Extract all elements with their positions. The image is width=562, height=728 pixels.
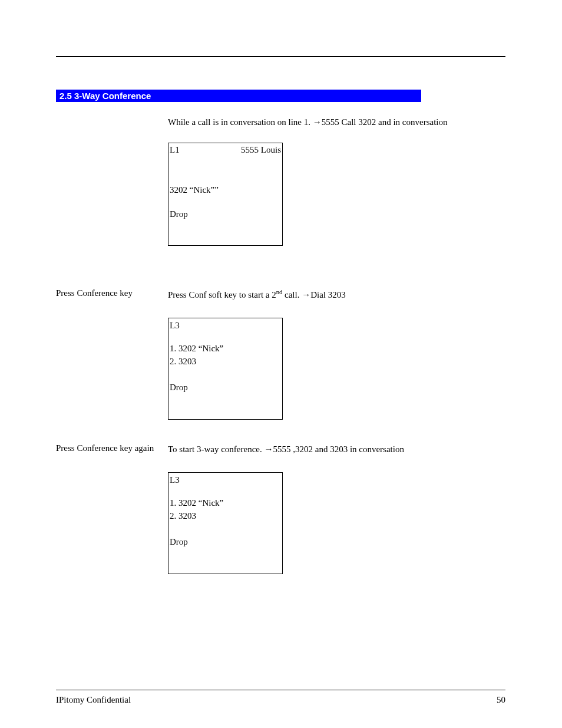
arrow-icon: → bbox=[302, 290, 310, 299]
display-2-row1: 1. 3202 “Nick” bbox=[170, 342, 281, 355]
step-3-row: Press Conference key again To start 3-wa… bbox=[56, 443, 505, 574]
phone-display-2: L3 1. 3202 “Nick” 2. 3203 Drop bbox=[168, 318, 283, 420]
display-3-line-label: L3 bbox=[170, 474, 281, 487]
step-2-text: Press Conf soft key to start a 2nd call.… bbox=[168, 288, 505, 301]
header-rule bbox=[56, 56, 505, 57]
step-2-left: Press Conference key bbox=[56, 288, 168, 298]
display-3-row2: 2. 3203 bbox=[170, 510, 281, 523]
phone-display-1: L1 5555 Louis 3202 “Nick”” Drop bbox=[168, 143, 283, 246]
spacer bbox=[56, 246, 505, 288]
page-content: 2.5 3-Way Conference While a call is in … bbox=[56, 56, 505, 574]
spacer bbox=[56, 420, 505, 443]
display-1-line-label: L1 bbox=[170, 144, 180, 156]
display-1-header-right: 5555 Louis bbox=[241, 144, 281, 156]
footer-page-number: 50 bbox=[497, 695, 505, 705]
footer-left: IPitomy Confidential bbox=[56, 695, 131, 705]
step-2-row: Press Conference key Press Conf soft key… bbox=[56, 288, 505, 420]
footer-row: IPitomy Confidential 50 bbox=[56, 695, 505, 705]
step-2-text-before: Press Conf soft key to start a 2 bbox=[168, 290, 276, 299]
step-3-text-before: To start 3-way conference. bbox=[168, 444, 264, 454]
step-2-right: Press Conf soft key to start a 2nd call.… bbox=[168, 288, 505, 420]
display-1-topline: L1 5555 Louis bbox=[170, 144, 281, 156]
section-heading-bar: 2.5 3-Way Conference bbox=[56, 90, 421, 102]
step-2-text-mid: call. bbox=[282, 290, 302, 299]
step-3-left: Press Conference key again bbox=[56, 443, 168, 453]
arrow-icon: → bbox=[264, 444, 273, 454]
step-3-left-text: Press Conference key again bbox=[56, 443, 154, 453]
display-1-mid: 3202 “Nick”” bbox=[170, 185, 281, 196]
step-1-text-before: While a call is in conversation on line … bbox=[168, 117, 313, 127]
footer-rule bbox=[56, 690, 505, 690]
display-1-softkey: Drop bbox=[170, 209, 281, 220]
display-2-softkey: Drop bbox=[170, 381, 281, 394]
step-1-row: While a call is in conversation on line … bbox=[56, 116, 505, 246]
step-1-right: While a call is in conversation on line … bbox=[168, 116, 505, 246]
display-3-softkey: Drop bbox=[170, 536, 281, 549]
section-heading-text: 2.5 3-Way Conference bbox=[59, 91, 151, 101]
step-1-text: While a call is in conversation on line … bbox=[168, 116, 505, 129]
display-2-line-label: L3 bbox=[170, 319, 281, 332]
display-3-row1: 1. 3202 “Nick” bbox=[170, 497, 281, 510]
step-3-text-after: 5555 ,3202 and 3203 in conversation bbox=[273, 444, 404, 454]
step-3-right: To start 3-way conference. →5555 ,3202 a… bbox=[168, 443, 505, 574]
arrow-icon: → bbox=[313, 117, 322, 127]
page-footer: IPitomy Confidential 50 bbox=[56, 690, 505, 705]
step-2-sup: nd bbox=[276, 289, 283, 295]
display-2-row2: 2. 3203 bbox=[170, 355, 281, 368]
step-2-text-after: Dial 3203 bbox=[310, 290, 346, 299]
step-2-left-text: Press Conference key bbox=[56, 288, 133, 298]
step-1-text-after: 5555 Call 3202 and in conversation bbox=[322, 117, 448, 127]
phone-display-3: L3 1. 3202 “Nick” 2. 3203 Drop bbox=[168, 472, 283, 574]
step-3-text: To start 3-way conference. →5555 ,3202 a… bbox=[168, 443, 505, 456]
